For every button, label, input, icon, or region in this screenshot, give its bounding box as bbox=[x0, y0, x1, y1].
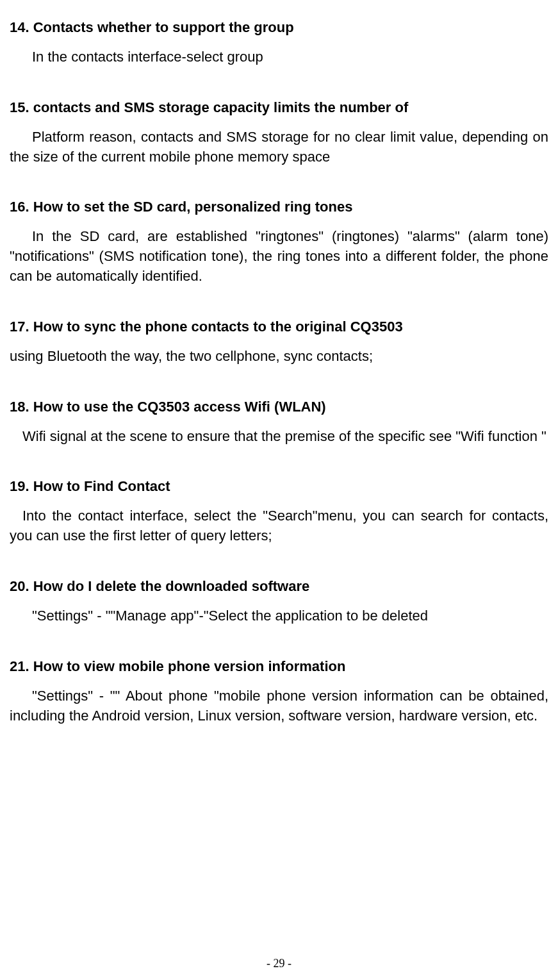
section-21: 21. How to view mobile phone version inf… bbox=[10, 658, 548, 726]
body-17: using Bluetooth the way, the two cellpho… bbox=[10, 347, 548, 367]
section-15: 15. contacts and SMS storage capacity li… bbox=[10, 99, 548, 167]
heading-14: 14. Contacts whether to support the grou… bbox=[10, 19, 548, 36]
body-18: Wifi signal at the scene to ensure that … bbox=[10, 427, 548, 447]
heading-20: 20. How do I delete the downloaded softw… bbox=[10, 578, 548, 595]
body-19: Into the contact interface, select the "… bbox=[10, 506, 548, 546]
body-20: "Settings" - ""Manage app"-"Select the a… bbox=[10, 606, 548, 626]
section-19: 19. How to Find Contact Into the contact… bbox=[10, 478, 548, 546]
body-14: In the contacts interface-select group bbox=[10, 47, 548, 67]
section-20: 20. How do I delete the downloaded softw… bbox=[10, 578, 548, 626]
body-21: "Settings" - "" About phone "mobile phon… bbox=[10, 686, 548, 726]
heading-15: 15. contacts and SMS storage capacity li… bbox=[10, 99, 548, 116]
heading-16: 16. How to set the SD card, personalized… bbox=[10, 199, 548, 215]
heading-19: 19. How to Find Contact bbox=[10, 478, 548, 495]
section-16: 16. How to set the SD card, personalized… bbox=[10, 199, 548, 286]
body-16: In the SD card, are established "rington… bbox=[10, 227, 548, 286]
section-14: 14. Contacts whether to support the grou… bbox=[10, 19, 548, 67]
heading-17: 17. How to sync the phone contacts to th… bbox=[10, 319, 548, 335]
section-17: 17. How to sync the phone contacts to th… bbox=[10, 319, 548, 367]
body-15: Platform reason, contacts and SMS storag… bbox=[10, 128, 548, 167]
section-18: 18. How to use the CQ3503 access Wifi (W… bbox=[10, 399, 548, 447]
heading-21: 21. How to view mobile phone version inf… bbox=[10, 658, 548, 675]
page-number: - 29 - bbox=[0, 957, 558, 970]
heading-18: 18. How to use the CQ3503 access Wifi (W… bbox=[10, 399, 548, 415]
